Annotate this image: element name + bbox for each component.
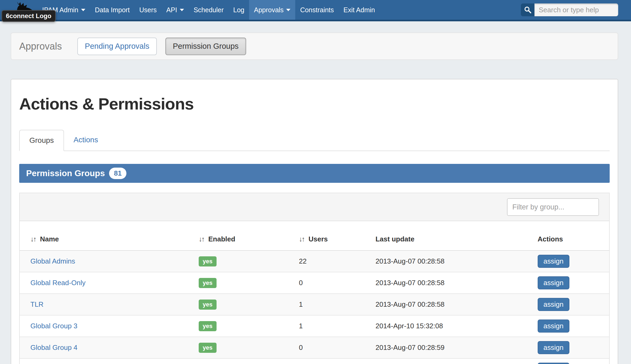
enabled-badge: yes (199, 256, 217, 266)
enabled-cell: yes (197, 272, 297, 294)
last-update-cell: 2014-May-13 12:43:00 (373, 358, 536, 364)
enabled-cell: yes (197, 337, 297, 358)
name-cell: Global Group 4 (20, 337, 197, 358)
permission-groups-button[interactable]: Permission Groups (165, 38, 246, 55)
view-buttons: Pending ApprovalsPermission Groups (77, 38, 246, 55)
table-row: Global Group 4yes02013-Aug-07 00:28:59as… (20, 337, 609, 358)
actions-cell: assign (536, 315, 609, 337)
search-icon-button[interactable] (521, 3, 534, 16)
nav-item-label: Log (233, 6, 244, 14)
name-cell: Global Group 3 (20, 315, 197, 337)
nav-item-label: Constraints (300, 6, 334, 14)
enabled-cell: yes (197, 358, 297, 364)
table-header-row: ↓↑Name↓↑Enabled↓↑UsersLast updateActions (20, 221, 609, 250)
table-row: TLRyes12013-Aug-07 00:28:58assign (20, 294, 609, 315)
users-cell: 0 (297, 272, 373, 294)
page-header-strip: Approvals Pending ApprovalsPermission Gr… (11, 33, 618, 60)
table-body: Global Adminsyes222013-Aug-07 00:28:58as… (20, 250, 609, 364)
search-icon (524, 6, 532, 14)
permission-groups-table: ↓↑Name↓↑Enabled↓↑UsersLast updateActions… (20, 221, 609, 364)
group-name-link[interactable]: Global Admins (30, 257, 75, 265)
panel-body: ↓↑Name↓↑Enabled↓↑UsersLast updateActions… (19, 193, 610, 364)
last-update-cell: 2013-Aug-07 00:28:58 (373, 250, 536, 272)
assign-button[interactable]: assign (538, 255, 569, 268)
last-update-cell: 2013-Aug-07 00:28:58 (373, 272, 536, 294)
pending-approvals-button[interactable]: Pending Approvals (77, 38, 157, 55)
group-name-link[interactable]: Global Group 3 (30, 322, 77, 330)
chevron-down-icon (81, 9, 85, 11)
sort-icon[interactable]: ↓↑ (199, 235, 204, 243)
nav-item-label: Users (139, 6, 157, 14)
last-update-cell: 2013-Aug-07 00:28:58 (373, 294, 536, 315)
table-row: 123 Department LAByes12014-May-13 12:43:… (20, 358, 609, 364)
column-header-label: Users (309, 235, 328, 243)
assign-button[interactable]: assign (538, 319, 569, 333)
assign-button[interactable]: assign (538, 341, 569, 354)
actions-cell: assign (536, 337, 609, 358)
column-header-users[interactable]: ↓↑Users (297, 221, 373, 250)
sort-icon[interactable]: ↓↑ (299, 235, 304, 243)
nav-item-constraints[interactable]: Constraints (295, 0, 338, 20)
enabled-cell: yes (197, 315, 297, 337)
column-header-label: Enabled (208, 235, 235, 243)
panel-heading: Permission Groups 81 (19, 164, 610, 183)
nav-item-log[interactable]: Log (228, 0, 249, 20)
enabled-badge: yes (199, 300, 217, 310)
nav-item-approvals[interactable]: Approvals (249, 0, 295, 20)
name-cell: TLR (20, 294, 197, 315)
actions-cell: assign (536, 272, 609, 294)
group-name-link[interactable]: TLR (30, 300, 43, 308)
enabled-badge: yes (199, 321, 217, 331)
enabled-cell: yes (197, 294, 297, 315)
filter-bar (20, 193, 609, 221)
sort-icon[interactable]: ↓↑ (30, 235, 36, 243)
assign-button[interactable]: assign (538, 298, 569, 311)
assign-button[interactable]: assign (538, 363, 569, 364)
name-cell: Global Admins (20, 250, 197, 272)
column-header-actions: Actions (536, 221, 609, 250)
last-update-cell: 2014-Apr-10 15:32:08 (373, 315, 536, 337)
nav-item-label: Scheduler (194, 6, 224, 14)
tab-groups[interactable]: Groups (19, 130, 64, 151)
logo-tooltip: 6connect Logo (2, 10, 56, 22)
actions-cell: assign (536, 294, 609, 315)
enabled-badge: yes (199, 278, 217, 288)
enabled-badge: yes (199, 343, 217, 353)
nav-item-users[interactable]: Users (134, 0, 161, 20)
users-cell: 1 (297, 358, 373, 364)
nav-item-api[interactable]: API (162, 0, 189, 20)
column-header-label: Name (40, 235, 59, 243)
nav-item-data-import[interactable]: Data Import (90, 0, 135, 20)
nav-items: IPAM AdminData ImportUsersAPISchedulerLo… (37, 0, 380, 20)
nav-item-label: Exit Admin (344, 6, 375, 14)
users-cell: 22 (297, 250, 373, 272)
table-row: Global Group 3yes12014-Apr-10 15:32:08as… (20, 315, 609, 337)
nav-item-scheduler[interactable]: Scheduler (189, 0, 229, 20)
actions-cell: assign (536, 250, 609, 272)
last-update-cell: 2013-Aug-07 00:28:59 (373, 337, 536, 358)
actions-cell: assign (536, 358, 609, 364)
nav-item-label: Data Import (95, 6, 130, 14)
column-header-name[interactable]: ↓↑Name (20, 221, 197, 250)
filter-input[interactable] (507, 198, 599, 216)
enabled-cell: yes (197, 250, 297, 272)
nav-item-label: Approvals (254, 6, 283, 14)
nav-item-label: API (166, 6, 177, 14)
users-cell: 1 (297, 315, 373, 337)
group-name-link[interactable]: Global Group 4 (30, 343, 77, 351)
group-name-link[interactable]: Global Read-Only (30, 279, 86, 287)
tab-actions[interactable]: Actions (64, 130, 108, 151)
nav-item-exit-admin[interactable]: Exit Admin (339, 0, 380, 20)
nav-search (521, 3, 618, 16)
page-title: Approvals (19, 41, 62, 52)
name-cell: 123 Department LAB (20, 358, 197, 364)
column-header-label: Last update (376, 235, 414, 243)
search-input[interactable] (534, 3, 618, 16)
main-card: Actions & Permissions GroupsActions Perm… (11, 79, 618, 364)
users-cell: 0 (297, 337, 373, 358)
chevron-down-icon (286, 9, 290, 11)
assign-button[interactable]: assign (538, 276, 569, 289)
panel-title: Permission Groups (26, 168, 105, 178)
top-navbar: 6connect Logo IPAM AdminData ImportUsers… (0, 0, 631, 21)
column-header-enabled[interactable]: ↓↑Enabled (197, 221, 297, 250)
